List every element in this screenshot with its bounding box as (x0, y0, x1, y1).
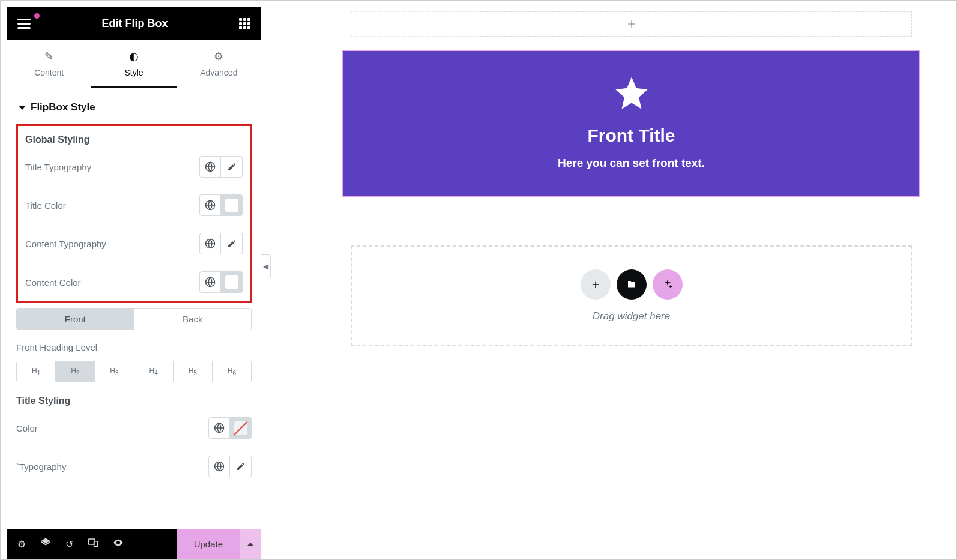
globe-button[interactable] (199, 194, 221, 216)
h6-option[interactable]: H6 (213, 361, 251, 382)
tab-advanced[interactable]: ⚙ Advanced (177, 40, 261, 88)
bottom-bar: ⚙ ↺ Update (7, 529, 261, 559)
front-tab[interactable]: Front (17, 309, 134, 330)
ai-button[interactable] (653, 269, 683, 300)
layers-icon (40, 537, 51, 548)
history-icon[interactable]: ↺ (65, 538, 73, 550)
pencil-icon: ✎ (7, 50, 91, 63)
h1-option[interactable]: H1 (17, 361, 56, 382)
unsaved-indicator (34, 13, 40, 19)
globe-button[interactable] (199, 233, 221, 254)
control-label: `Typography (16, 462, 66, 472)
h3-option[interactable]: H3 (95, 361, 134, 382)
color-swatch (225, 199, 238, 212)
collapse-panel-button[interactable]: ◀ (261, 254, 271, 278)
control-label: Content Typography (25, 239, 106, 249)
front-back-toggle: Front Back (16, 308, 252, 330)
update-button[interactable]: Update (177, 529, 240, 559)
globe-icon (214, 423, 225, 433)
tab-label: Content (34, 68, 64, 77)
star-icon (612, 74, 651, 112)
h5-option[interactable]: H5 (174, 361, 213, 382)
chevron-up-icon (247, 541, 254, 546)
control-label: Title Color (25, 200, 66, 211)
hamburger-icon[interactable] (17, 19, 31, 29)
row-title-color: Title Color (25, 194, 243, 216)
tab-label: Advanced (200, 68, 237, 77)
row-content-color: Content Color (25, 271, 243, 293)
globe-icon (214, 461, 225, 472)
color-picker-button[interactable] (221, 271, 243, 293)
sparkle-icon (662, 278, 674, 291)
globe-icon (205, 277, 216, 288)
tab-label: Style (124, 68, 143, 77)
panel-title: Edit Flip Box (31, 17, 239, 30)
pencil-icon (236, 462, 246, 471)
section-title-text: FlipBox Style (31, 101, 95, 113)
flipbox-title: Front Title (355, 125, 907, 146)
caret-down-icon (19, 106, 26, 110)
color-picker-button[interactable] (230, 417, 252, 439)
widgets-grid-icon[interactable] (239, 18, 250, 29)
back-tab[interactable]: Back (134, 309, 252, 330)
add-section-zone[interactable] (351, 11, 912, 37)
row-typography: `Typography (16, 456, 252, 477)
color-swatch-none (234, 421, 247, 435)
globe-button[interactable] (208, 417, 230, 439)
globe-icon (205, 161, 216, 172)
color-swatch (225, 275, 238, 289)
plus-icon (626, 18, 638, 30)
navigator-icon[interactable] (40, 537, 51, 550)
h4-option[interactable]: H4 (134, 361, 174, 382)
add-widget-button[interactable] (581, 269, 611, 300)
front-heading-level-label: Front Heading Level (16, 342, 252, 352)
template-library-button[interactable] (617, 269, 647, 300)
section-flipbox-style[interactable]: FlipBox Style (16, 88, 252, 124)
h2-option[interactable]: H2 (56, 361, 95, 382)
globe-button[interactable] (208, 456, 230, 477)
update-options-button[interactable] (240, 529, 261, 559)
row-content-typography: Content Typography (25, 233, 243, 254)
settings-icon[interactable]: ⚙ (17, 538, 26, 550)
global-styling-highlight: Global Styling Title Typography Title Co… (16, 124, 252, 303)
control-label: Content Color (25, 277, 81, 288)
title-styling-heading: Title Styling (16, 396, 252, 406)
preview-icon[interactable] (113, 537, 124, 550)
edit-typography-button[interactable] (230, 456, 252, 477)
responsive-icon[interactable] (88, 537, 98, 550)
contrast-icon: ◐ (91, 50, 176, 63)
global-styling-heading: Global Styling (25, 134, 243, 145)
flipbox-widget[interactable]: Front Title Here you can set front text. (342, 50, 920, 197)
edit-typography-button[interactable] (221, 233, 243, 254)
control-label: Title Typography (25, 162, 91, 172)
drop-zone[interactable]: Drag widget here (351, 245, 912, 346)
plus-icon (590, 279, 601, 290)
devices-icon (88, 537, 98, 548)
gear-icon: ⚙ (177, 50, 261, 63)
control-label: Color (16, 423, 38, 433)
panel-header: Edit Flip Box (7, 7, 261, 40)
eye-icon (113, 537, 124, 548)
heading-level-selector: H1 H2 H3 H4 H5 H6 (16, 361, 252, 382)
tab-content[interactable]: ✎ Content (7, 40, 91, 88)
row-title-typography: Title Typography (25, 156, 243, 178)
flipbox-text: Here you can set front text. (355, 157, 907, 170)
edit-typography-button[interactable] (221, 156, 243, 178)
color-picker-button[interactable] (221, 194, 243, 216)
drop-zone-text: Drag widget here (375, 310, 888, 322)
globe-button[interactable] (199, 271, 221, 293)
editor-canvas: Front Title Here you can set front text.… (261, 1, 956, 559)
globe-icon (205, 200, 216, 211)
style-panel: FlipBox Style Global Styling Title Typog… (7, 88, 261, 529)
globe-icon (205, 238, 216, 249)
pencil-icon (227, 239, 237, 248)
tab-style[interactable]: ◐ Style (91, 40, 176, 88)
pencil-icon (227, 162, 237, 172)
editor-tabs: ✎ Content ◐ Style ⚙ Advanced (7, 40, 261, 88)
row-color: Color (16, 417, 252, 439)
globe-button[interactable] (199, 156, 221, 178)
folder-icon (626, 279, 637, 290)
